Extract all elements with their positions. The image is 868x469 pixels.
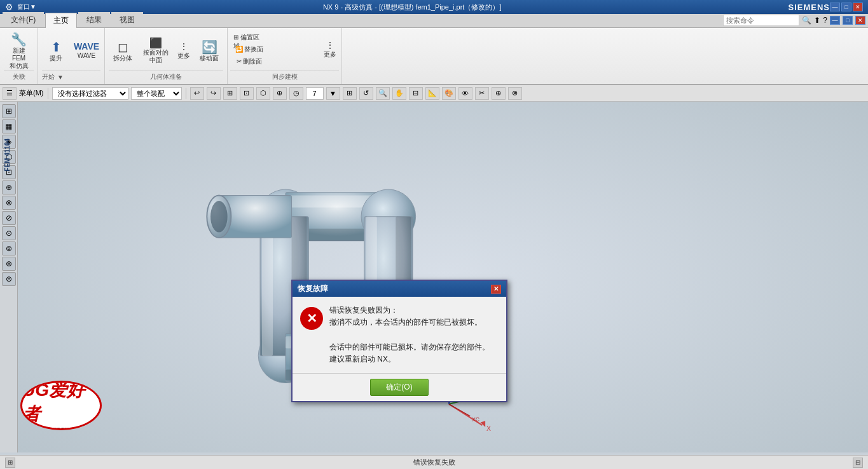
ok-button[interactable]: 确定(O) bbox=[370, 379, 428, 396]
status-icon-2[interactable]: ⊟ bbox=[853, 458, 863, 468]
undo-button[interactable]: ↩ bbox=[190, 87, 204, 100]
wave-icon: WAVE bbox=[74, 41, 99, 52]
view-btn-1[interactable]: ⊞ bbox=[223, 87, 237, 100]
group-label-association: 关联 bbox=[4, 71, 34, 81]
siemens-logo: SIEMENS bbox=[788, 3, 830, 12]
max-btn-2[interactable]: □ bbox=[843, 16, 853, 25]
sidebar-btn-8[interactable]: ⊘ bbox=[2, 211, 16, 225]
offset-region-button[interactable]: ⊞ 偏置区域 bbox=[230, 32, 268, 43]
sidebar-btn-1[interactable]: ⊞ bbox=[2, 104, 16, 118]
tab-view[interactable]: 视图 bbox=[111, 12, 143, 27]
snap-btn[interactable]: ⊞ bbox=[343, 87, 357, 100]
menu-label[interactable]: 菜单(M) bbox=[19, 88, 44, 98]
close-btn-2[interactable]: ✕ bbox=[855, 16, 865, 25]
app-icon: ⚙ bbox=[5, 2, 13, 12]
help-icon[interactable]: ? bbox=[823, 16, 827, 25]
dropdown-arrow[interactable]: ▼ bbox=[326, 87, 340, 100]
divider-1 bbox=[48, 88, 48, 99]
clip-btn[interactable]: ✂ bbox=[475, 87, 489, 100]
app-title: NX 9 - 高级仿真 - [(理想模型) fem1_Pipe_i.prt（修改… bbox=[36, 3, 789, 12]
more-button-2[interactable]: ⋮ 更多 bbox=[321, 32, 339, 67]
extra-btn[interactable]: ⊕ bbox=[492, 87, 506, 100]
view-btn-3[interactable]: ⬡ bbox=[256, 87, 270, 100]
titlebar-left: ⚙ 窗口▼ bbox=[5, 2, 36, 12]
move-face-button[interactable]: 🔄 移动面 bbox=[195, 33, 223, 69]
min-btn-2[interactable]: — bbox=[830, 16, 840, 25]
error-icon: ✕ bbox=[300, 307, 323, 330]
zoom-btn[interactable]: 🔍 bbox=[376, 87, 390, 100]
expand-icon[interactable]: ⬆ bbox=[814, 16, 820, 25]
redo-button[interactable]: ↪ bbox=[207, 87, 221, 100]
sidebar-btn-11[interactable]: ⊛ bbox=[2, 257, 16, 271]
wave-button[interactable]: WAVE WAVE bbox=[72, 33, 100, 69]
dialog-message: 错误恢复失败因为： 撤消不成功，本会话内的部件可能已被损坏。 会话中的部件可能已… bbox=[329, 304, 490, 365]
rotate-btn[interactable]: ↺ bbox=[359, 87, 373, 100]
delete-face-button[interactable]: ✂ 删除面 bbox=[230, 56, 268, 67]
new-fem-button[interactable]: 🔧 新建 FEM和仿真 bbox=[5, 33, 33, 69]
group-label-sync: 同步建模 bbox=[230, 71, 339, 81]
view-btn-5[interactable]: ◷ bbox=[289, 87, 303, 100]
status-icon-1[interactable]: ⊞ bbox=[5, 458, 15, 468]
dialog-content: ✕ 错误恢复失败因为： 撤消不成功，本会话内的部件可能已被损坏。 会话中的部件可… bbox=[293, 297, 506, 373]
search-icon[interactable]: 🔍 bbox=[802, 16, 811, 25]
window-menu-icon[interactable]: 窗口▼ bbox=[17, 3, 36, 11]
dialog-close-button[interactable]: ✕ bbox=[491, 285, 501, 294]
ug-watermark: UG爱好者 WWW.UGSNX.COM bbox=[20, 381, 102, 430]
measure-btn[interactable]: 📐 bbox=[425, 87, 439, 100]
extra-btn-2[interactable]: ⊗ bbox=[508, 87, 522, 100]
titlebar-controls[interactable]: — □ ✕ bbox=[830, 3, 863, 11]
upgrade-icon: ⬆ bbox=[51, 39, 62, 55]
sidebar-btn-12[interactable]: ⊜ bbox=[2, 272, 16, 286]
error-dialog[interactable]: 恢复故障 ✕ ✕ 错误恢复失败因为： 撤消不成功，本会话内的部件可能已被损坏。 … bbox=[291, 280, 507, 402]
tab-results[interactable]: 结果 bbox=[78, 12, 110, 27]
new-fem-icon: 🔧 bbox=[11, 32, 27, 47]
minimize-button[interactable]: — bbox=[830, 3, 840, 11]
ribbon-group-start: ⬆ 提升 WAVE WAVE 开始 ▼ bbox=[38, 28, 105, 84]
more-button-1[interactable]: ⋮ 更多 bbox=[175, 33, 193, 69]
status-bar: ⊞ 错误恢复失败 ⊟ bbox=[0, 455, 868, 469]
toolbar-2: ☰ 菜单(M) 没有选择过滤器 整个装配 ↩ ↪ ⊞ ⊡ ⬡ ⊕ ◷ ▼ ⊞ ↺… bbox=[0, 85, 868, 102]
render-btn[interactable]: 🎨 bbox=[442, 87, 456, 100]
svg-line-36 bbox=[449, 404, 470, 416]
view-btn-2[interactable]: ⊡ bbox=[240, 87, 254, 100]
more-icon-1: ⋮ bbox=[179, 41, 188, 52]
mid-surface-button[interactable]: ⬛ 按面对的中面 bbox=[139, 33, 172, 69]
ribbon-tabs: 文件(F) 主页 结果 视图 🔍 ⬆ ? — □ ✕ bbox=[0, 14, 868, 28]
ribbon-group-association: 🔧 新建 FEM和仿真 关联 bbox=[0, 28, 38, 84]
search-input[interactable] bbox=[723, 15, 799, 26]
view-btn-4[interactable]: ⊕ bbox=[273, 87, 287, 100]
menu-icon[interactable]: ☰ bbox=[3, 87, 17, 100]
replace-face-button[interactable]: 🔁 替换面 bbox=[230, 44, 268, 55]
sidebar-btn-7[interactable]: ⊗ bbox=[2, 196, 16, 210]
divider-2 bbox=[186, 88, 186, 99]
tab-home[interactable]: 主页 bbox=[45, 13, 77, 28]
sidebar-btn-6[interactable]: ⊕ bbox=[2, 180, 16, 194]
sidebar-btn-2[interactable]: ▦ bbox=[2, 119, 16, 133]
left-sidebar: ⊞ ▦ ◈ ⬡ ⊡ ⊕ ⊗ ⊘ ⊙ ⊚ ⊛ ⊜ FEM 41164 bbox=[0, 102, 18, 452]
grid-btn[interactable]: ⊟ bbox=[409, 87, 423, 100]
sidebar-btn-9[interactable]: ⊙ bbox=[2, 226, 16, 240]
split-body-icon: ◻ bbox=[118, 39, 128, 55]
upgrade-button[interactable]: ⬆ 提升 bbox=[42, 33, 70, 69]
tab-file[interactable]: 文件(F) bbox=[3, 12, 44, 27]
fem-label: FEM 41164 bbox=[3, 136, 12, 174]
dialog-title: 恢复故障 bbox=[298, 283, 328, 294]
move-face-icon: 🔄 bbox=[202, 39, 217, 55]
viewport-3d[interactable]: Z Y X ZC YC XC UG爱 bbox=[18, 102, 868, 452]
main-area: ⊞ ▦ ◈ ⬡ ⊡ ⊕ ⊗ ⊘ ⊙ ⊚ ⊛ ⊜ FEM 41164 bbox=[0, 102, 868, 452]
ribbon-group-geometry: ◻ 拆分体 ⬛ 按面对的中面 ⋮ 更多 🔄 移动面 几何体准备 bbox=[105, 28, 228, 84]
split-body-button[interactable]: ◻ 拆分体 bbox=[109, 33, 137, 69]
close-button[interactable]: ✕ bbox=[853, 3, 863, 11]
assembly-select[interactable]: 整个装配 bbox=[131, 87, 182, 100]
number-input[interactable] bbox=[306, 87, 324, 100]
more-icon-2: ⋮ bbox=[326, 40, 334, 51]
restore-button[interactable]: □ bbox=[841, 3, 851, 11]
pan-btn[interactable]: ✋ bbox=[392, 87, 406, 100]
svg-text:XC: XC bbox=[472, 416, 479, 423]
svg-point-22 bbox=[210, 201, 228, 232]
sidebar-btn-10[interactable]: ⊚ bbox=[2, 241, 16, 255]
ribbon: 🔧 新建 FEM和仿真 关联 ⬆ 提升 WAVE WAVE 开始 ▼ ◻ 拆分体 bbox=[0, 28, 868, 85]
filter-select[interactable]: 没有选择过滤器 bbox=[52, 87, 128, 100]
mid-surface-icon: ⬛ bbox=[149, 37, 162, 49]
show-btn[interactable]: 👁 bbox=[458, 87, 472, 100]
